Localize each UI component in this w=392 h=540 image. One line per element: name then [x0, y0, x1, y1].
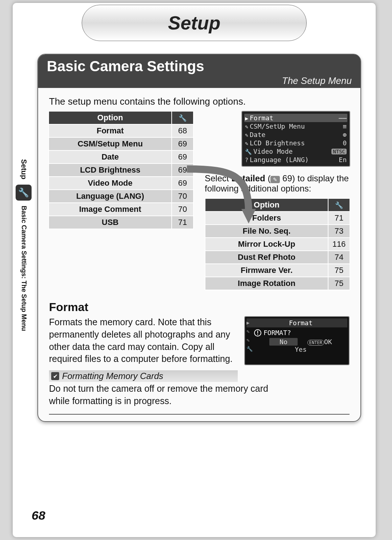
- chapter-tab: Setup: [82, 5, 307, 41]
- lcd-row-icon: 🔧: [245, 149, 252, 155]
- format-text: Formats the memory card. Note that this …: [49, 316, 237, 365]
- lcd-row-value: 0: [343, 139, 347, 147]
- lcd-prompt: FORMAT?: [264, 329, 291, 337]
- lcd-row-label: Language (LANG): [250, 156, 309, 164]
- lcd-option-no: No: [269, 338, 298, 346]
- enter-badge: ENTER: [307, 340, 324, 346]
- tip-text: Do not turn the camera off or remove the…: [49, 383, 274, 407]
- opt: Firmware Ver.: [205, 264, 328, 277]
- setup-icon: 🔧: [16, 185, 32, 201]
- lcd-option-yes: Yes: [246, 346, 347, 353]
- opt: Mirror Lock-Up: [205, 238, 328, 251]
- pg: 116: [328, 238, 350, 251]
- warning-icon: !: [254, 329, 261, 337]
- pg: 71: [172, 216, 193, 229]
- pg: 69: [172, 150, 193, 164]
- opt: Image Rotation: [205, 277, 328, 290]
- lcd-row-icon: ✎: [245, 140, 248, 147]
- opt: Dust Ref Photo: [205, 251, 328, 264]
- lcd-row-value: ––: [339, 114, 347, 122]
- opt: File No. Seq.: [205, 225, 328, 238]
- check-icon: ✔: [51, 372, 59, 380]
- opt: LCD Brightness: [49, 164, 172, 177]
- lcd-row: ▶Format––: [244, 114, 347, 122]
- left-col: Option Format68 CSM/Setup Menu69 Date69 …: [48, 111, 194, 290]
- detail-caption: Select Detailed (✎ 69) to display the fo…: [205, 173, 350, 194]
- pg: 73: [328, 225, 350, 238]
- format-body: Formats the memory card. Note that this …: [49, 316, 350, 365]
- pg: 69: [172, 177, 193, 190]
- panel-subtitle: The Setup Menu: [282, 75, 352, 86]
- lcd-row-icon: ▶: [245, 115, 248, 122]
- page-ref-icon: ✎: [270, 176, 280, 183]
- pg: 74: [328, 251, 350, 264]
- lcd-row-icon: ✎: [245, 124, 248, 130]
- pg: 69: [172, 137, 193, 150]
- lcd-title: Format: [246, 318, 347, 327]
- opt: CSM/Setup Menu: [49, 137, 172, 150]
- lcd-row-icon: ?: [245, 157, 248, 164]
- lcd-row-value: ⊕: [343, 131, 347, 138]
- opt: Folders: [205, 211, 328, 225]
- opt: Format: [49, 124, 172, 137]
- lcd-row-label: LCD Brightness: [250, 139, 305, 147]
- th-option: Option: [205, 198, 328, 211]
- lcd-format-dialog: ▶✎✎🔧 Format !FORMAT? No ENTEROK Yes: [244, 316, 350, 365]
- opt: Date: [49, 150, 172, 164]
- lcd-row-label: Date: [250, 131, 265, 138]
- intro-text: The setup menu contains the following op…: [49, 96, 350, 107]
- pg: 75: [328, 264, 350, 277]
- format-heading: Format: [49, 301, 350, 314]
- wrench-icon: [179, 113, 187, 122]
- side-label-top: Setup: [20, 159, 28, 180]
- lcd-row-label: Format: [250, 114, 273, 122]
- pg: 68: [172, 124, 193, 137]
- opt: Language (LANG): [49, 190, 172, 203]
- side-tab: Setup 🔧 Basic Camera Settings: The Setup…: [13, 159, 34, 331]
- right-col: ▶Format–– ✎CSM/SetUp Menu≡ ✎Date⊕ ✎LCD B…: [205, 111, 350, 290]
- pg: 70: [172, 190, 193, 203]
- lcd-row-icon: ✎: [245, 132, 248, 138]
- section-separator: [49, 414, 350, 415]
- manual-page: Setup Basic Camera Settings The Setup Me…: [13, 3, 376, 537]
- lcd-row: ✎LCD Brightness0: [244, 139, 347, 147]
- pg: 70: [172, 203, 193, 216]
- wrench-icon: [335, 200, 343, 209]
- lcd-setup-menu: ▶Format–– ✎CSM/SetUp Menu≡ ✎Date⊕ ✎LCD B…: [241, 111, 350, 167]
- pg: 71: [328, 211, 350, 225]
- options-table-2: Option Folders71 File No. Seq.73 Mirror …: [205, 198, 350, 290]
- options-table-1: Option Format68 CSM/Setup Menu69 Date69 …: [48, 111, 194, 229]
- lcd-row: ✎CSM/SetUp Menu≡: [244, 122, 347, 130]
- page-number: 68: [32, 508, 45, 523]
- lcd-row: 🔧Video ModeNTSC: [244, 147, 347, 156]
- opt: Video Mode: [49, 177, 172, 190]
- th-page-icon: [172, 111, 193, 124]
- side-label-bottom: Basic Camera Settings: The Setup Menu: [20, 206, 28, 331]
- tip-header: ✔ Formatting Memory Cards: [49, 370, 238, 382]
- lcd-row-value: En: [339, 156, 347, 164]
- lcd-row: ✎Date⊕: [244, 130, 347, 139]
- panel-header: Basic Camera Settings The Setup Menu: [38, 55, 360, 88]
- two-columns: Option Format68 CSM/Setup Menu69 Date69 …: [48, 111, 350, 290]
- lcd-row-value: NTSC: [331, 149, 347, 154]
- pg: 75: [328, 277, 350, 290]
- opt: USB: [49, 216, 172, 229]
- th-option: Option: [49, 111, 172, 124]
- content-panel: Basic Camera Settings The Setup Menu The…: [37, 54, 361, 422]
- lcd-row: ?Language (LANG)En: [244, 156, 347, 164]
- opt: Image Comment: [49, 203, 172, 216]
- lcd-row-value: ≡: [343, 122, 347, 130]
- tip-title: Formatting Memory Cards: [62, 371, 163, 381]
- chapter-title: Setup: [168, 12, 220, 34]
- lcd-row-label: CSM/SetUp Menu: [250, 122, 305, 130]
- panel-title: Basic Camera Settings: [47, 58, 352, 74]
- pg: 69: [172, 164, 193, 177]
- lcd-row-label: Video Mode: [253, 148, 293, 155]
- th-page-icon: [328, 198, 350, 211]
